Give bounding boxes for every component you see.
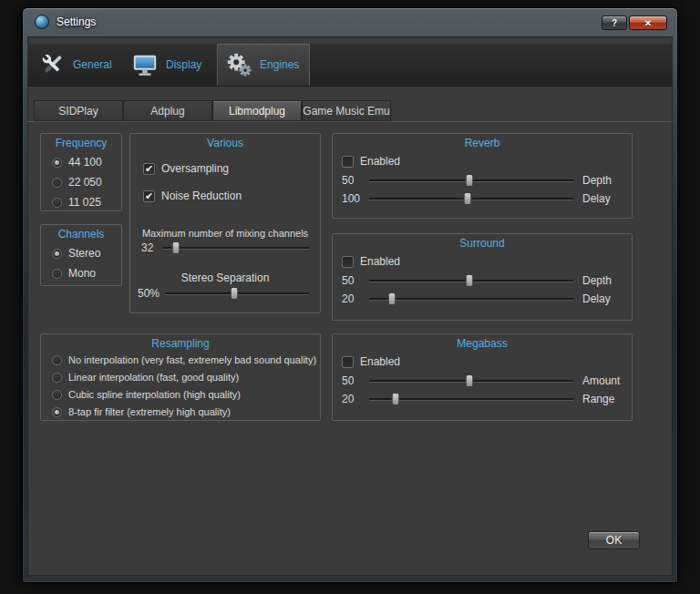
megabass-amount-row: 50 Amount [342, 374, 623, 388]
slider-value: 50% [138, 287, 165, 300]
help-button[interactable]: ? [602, 15, 627, 30]
group-title: Surround [333, 237, 632, 250]
surround-depth-row: 50 Depth [342, 273, 623, 288]
radio-option-mono[interactable]: Mono [52, 267, 121, 280]
reverb-enabled-checkbox[interactable]: Enabled [342, 155, 632, 168]
surround-group: Surround Enabled 50 Depth 20 Delay [332, 233, 633, 321]
group-title: Resampling [41, 337, 320, 350]
checkbox-label: Noise Reduction [161, 189, 242, 202]
megabass-enabled-checkbox[interactable]: Enabled [342, 355, 632, 368]
radio-icon [52, 269, 62, 279]
slider-handle[interactable] [230, 287, 238, 300]
radio-label: Mono [68, 267, 96, 280]
radio-8tap-fir[interactable]: 8-tap fir filter (extremely high quality… [52, 406, 320, 417]
radio-cubic-spline[interactable]: Cubic spline interpolation (high quality… [52, 389, 320, 400]
surround-enabled-checkbox[interactable]: Enabled [342, 255, 632, 268]
stereo-separation-row: 50% [138, 286, 309, 301]
gears-icon [225, 51, 252, 78]
megabass-range-slider[interactable] [369, 392, 573, 406]
tools-icon [38, 51, 66, 78]
stereo-separation-label: Stereo Separation [130, 271, 320, 284]
ok-button-label: OK [606, 534, 622, 547]
checkbox-icon [143, 190, 155, 202]
radio-option-11025[interactable]: 11 025 [52, 196, 121, 209]
radio-label: Linear interpolation (fast, good quality… [68, 372, 239, 383]
reverb-delay-slider[interactable] [369, 191, 573, 206]
reverb-depth-slider[interactable] [369, 173, 573, 188]
slider-label: Delay [573, 292, 623, 305]
group-title: Various [130, 137, 320, 149]
subtab-libmodplug[interactable]: Libmodplug [212, 100, 302, 121]
radio-no-interpolation[interactable]: No interpolation (very fast, extremely b… [52, 354, 320, 365]
reverb-depth-row: 50 Depth [342, 173, 623, 188]
slider-groove [163, 247, 309, 250]
slider-handle[interactable] [387, 292, 396, 305]
radio-icon [52, 407, 62, 417]
resampling-group: Resampling No interpolation (very fast, … [40, 333, 321, 421]
slider-label: Delay [573, 192, 623, 205]
subtab-adplug[interactable]: Adplug [123, 100, 212, 121]
close-button[interactable]: ✕ [629, 15, 667, 30]
tab-display[interactable]: Display [124, 44, 217, 86]
surround-delay-row: 20 Delay [342, 292, 623, 306]
tab-label: Engines [260, 58, 299, 71]
slider-value: 32 [141, 241, 163, 254]
titlebar[interactable]: Settings ? ✕ [22, 7, 678, 36]
slider-value: 50 [342, 274, 369, 287]
slider-label: Depth [573, 274, 623, 287]
help-icon: ? [612, 18, 617, 28]
radio-option-44100[interactable]: 44 100 [52, 156, 121, 169]
surround-depth-slider[interactable] [369, 273, 573, 288]
various-group: Various Oversampling Noise Reduction Max… [129, 133, 321, 313]
close-icon: ✕ [644, 18, 652, 28]
radio-icon [52, 158, 62, 168]
tab-engines[interactable]: Engines [217, 44, 310, 86]
slider-value: 50 [342, 174, 369, 187]
radio-label: 22 050 [68, 176, 102, 189]
subtab-game-music-emu[interactable]: Game Music Emu [302, 100, 391, 121]
subtab-label: SIDPlay [58, 105, 98, 118]
radio-icon [52, 373, 62, 383]
slider-handle[interactable] [463, 192, 471, 205]
slider-label: Depth [573, 174, 623, 187]
radio-option-stereo[interactable]: Stereo [52, 247, 121, 260]
group-title: Reverb [333, 137, 632, 149]
monitor-icon [131, 51, 159, 78]
slider-handle[interactable] [392, 393, 400, 405]
checkbox-label: Oversampling [161, 162, 229, 175]
subtab-label: Libmodplug [229, 105, 285, 118]
mixing-channels-label: Maximum number of mixing channels [130, 228, 320, 239]
group-title: Channels [41, 228, 121, 241]
megabass-group: Megabass Enabled 50 Amount 20 Range [332, 333, 633, 421]
radio-label: 11 025 [68, 196, 101, 209]
slider-handle[interactable] [465, 174, 473, 187]
surround-delay-slider[interactable] [369, 292, 573, 306]
mixing-channels-slider[interactable] [163, 241, 309, 255]
slider-handle[interactable] [172, 241, 180, 254]
radio-label: Stereo [68, 247, 100, 260]
slider-handle[interactable] [465, 274, 473, 287]
checkbox-icon [342, 156, 354, 168]
oversampling-checkbox[interactable]: Oversampling [143, 162, 320, 175]
slider-value: 20 [342, 292, 369, 305]
subtab-label: Game Music Emu [303, 105, 389, 118]
radio-option-22050[interactable]: 22 050 [52, 176, 121, 189]
radio-icon [52, 390, 62, 400]
noise-reduction-checkbox[interactable]: Noise Reduction [143, 189, 320, 202]
stereo-separation-slider[interactable] [165, 286, 309, 301]
frequency-group: Frequency 44 100 22 050 11 025 [40, 133, 122, 211]
group-title: Frequency [41, 137, 121, 149]
app-icon [35, 15, 49, 29]
tab-general[interactable]: General [31, 44, 124, 86]
slider-value: 100 [342, 192, 369, 205]
megabass-amount-slider[interactable] [369, 374, 573, 388]
radio-icon [52, 249, 62, 259]
subtab-sidplay[interactable]: SIDPlay [34, 100, 123, 121]
checkbox-label: Enabled [360, 355, 400, 368]
group-title: Megabass [333, 337, 632, 350]
slider-handle[interactable] [465, 374, 473, 387]
checkbox-icon [342, 256, 354, 268]
ok-button[interactable]: OK [588, 531, 640, 549]
radio-label: Cubic spline interpolation (high quality… [68, 389, 241, 400]
radio-linear-interpolation[interactable]: Linear interpolation (fast, good quality… [52, 372, 320, 383]
